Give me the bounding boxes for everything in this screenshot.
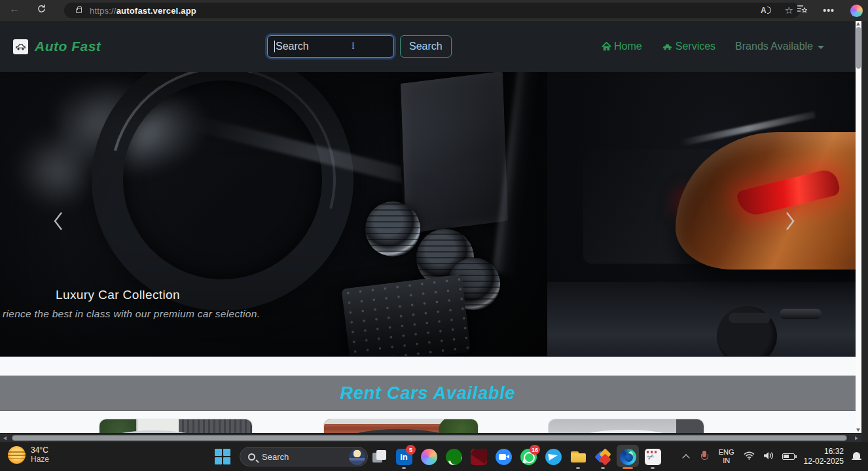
search-button[interactable]: Search bbox=[400, 35, 452, 58]
folder-icon bbox=[570, 449, 587, 465]
system-tray: ENG IN 16:32 12-02-2025 bbox=[683, 442, 868, 471]
snipping-tool-icon: ✂ bbox=[645, 449, 661, 465]
telegram-icon bbox=[545, 449, 562, 465]
active-app-indicator bbox=[623, 467, 633, 469]
open-app-indicator bbox=[651, 467, 655, 469]
vertical-scrollbar[interactable] bbox=[856, 21, 861, 433]
scroll-up-arrow-icon[interactable] bbox=[856, 22, 860, 26]
collections-icon[interactable] bbox=[797, 5, 807, 16]
brand-link[interactable]: Auto Fast bbox=[13, 39, 101, 54]
scroll-left-arrow-icon[interactable] bbox=[3, 436, 7, 440]
haze-weather-icon bbox=[8, 446, 26, 464]
search-placeholder: Search bbox=[276, 41, 309, 52]
tray-time: 16:32 bbox=[824, 447, 844, 457]
read-aloud-icon[interactable]: A bbox=[761, 6, 770, 15]
carousel-prev-icon[interactable] bbox=[47, 206, 69, 236]
xbox-icon bbox=[446, 449, 462, 465]
linkedin-app[interactable]: in 5 bbox=[391, 442, 416, 471]
nav-link-label: Home bbox=[614, 41, 642, 52]
search-highlight-icon bbox=[349, 449, 365, 465]
favorite-star-icon[interactable]: ☆ bbox=[785, 5, 793, 16]
taskbar-search-label: Search bbox=[262, 452, 289, 462]
zoom-icon bbox=[496, 449, 512, 465]
nav-dropdown-brands[interactable]: Brands Available bbox=[735, 41, 824, 52]
car-icon bbox=[662, 42, 673, 51]
media-app[interactable] bbox=[466, 442, 491, 471]
mouse-ibeam-cursor: I bbox=[352, 41, 355, 52]
hero-carousel: Luxury Car Collection rience the best in… bbox=[0, 72, 856, 357]
battery-icon[interactable] bbox=[782, 453, 795, 460]
text-caret bbox=[274, 41, 275, 52]
search-input[interactable]: Search I bbox=[267, 35, 394, 58]
open-app-indicator bbox=[601, 467, 605, 469]
whatsapp-app[interactable]: 16 bbox=[516, 442, 541, 471]
carousel-caption: Luxury Car Collection rience the best in… bbox=[0, 288, 367, 320]
weather-widget[interactable]: 34°C Haze bbox=[8, 446, 49, 464]
bell-icon[interactable] bbox=[852, 451, 861, 462]
search-icon bbox=[248, 453, 255, 461]
telegram-app[interactable] bbox=[541, 442, 566, 471]
language-indicator[interactable]: ENG IN bbox=[719, 448, 734, 465]
weather-condition: Haze bbox=[31, 455, 49, 464]
media-app-icon bbox=[471, 449, 487, 465]
linkedin-badge: 5 bbox=[406, 445, 416, 455]
nav-link-label: Services bbox=[676, 41, 715, 52]
lock-icon bbox=[76, 9, 82, 13]
carousel-slide-sportscar bbox=[547, 72, 856, 357]
rent-section-band: Rent Cars Available bbox=[0, 375, 856, 411]
address-bar[interactable]: https://autofast.vercel.app A ☆ bbox=[64, 3, 800, 18]
taskbar: 34°C Haze Search in 5 16 bbox=[0, 442, 868, 471]
nav-link-label: Brands Available bbox=[735, 41, 813, 52]
nav-link-services[interactable]: Services bbox=[662, 41, 715, 52]
carousel-subtitle: rience the best in class with our premiu… bbox=[3, 308, 367, 320]
page-url: https://autofast.vercel.app bbox=[90, 6, 196, 16]
copilot-icon bbox=[421, 449, 437, 465]
scroll-right-arrow-icon[interactable] bbox=[855, 436, 858, 440]
brand-car-icon bbox=[13, 39, 28, 54]
task-view-button[interactable] bbox=[367, 442, 391, 471]
clock[interactable]: 16:32 12-02-2025 bbox=[804, 447, 844, 466]
edge-app[interactable] bbox=[615, 442, 640, 471]
xbox-app[interactable] bbox=[441, 442, 466, 471]
carousel-next-icon[interactable] bbox=[779, 206, 801, 236]
wps-office-app[interactable] bbox=[590, 442, 615, 471]
language-primary: ENG bbox=[719, 448, 734, 457]
copilot-app[interactable] bbox=[416, 442, 441, 471]
horizontal-scrollbar[interactable] bbox=[0, 433, 861, 442]
back-icon[interactable]: ← bbox=[9, 3, 20, 15]
zoom-app[interactable] bbox=[491, 442, 516, 471]
caret-down-icon bbox=[818, 46, 824, 49]
site-navbar: Auto Fast Search I Search Home Services bbox=[0, 21, 856, 72]
nav-links: Home Services Brands Available bbox=[602, 21, 824, 72]
browser-toolbar: ← https://autofast.vercel.app A ☆ ••• bbox=[0, 0, 868, 21]
rent-section-heading: Rent Cars Available bbox=[340, 383, 516, 404]
snipping-tool-app[interactable]: ✂ bbox=[640, 442, 665, 471]
window-edge bbox=[861, 21, 868, 442]
volume-icon[interactable] bbox=[763, 451, 774, 462]
open-app-indicator bbox=[576, 467, 580, 469]
brand-name: Auto Fast bbox=[35, 39, 101, 54]
taskbar-search[interactable]: Search bbox=[240, 447, 368, 466]
wps-office-icon bbox=[595, 449, 611, 465]
web-page: Auto Fast Search I Search Home Services bbox=[0, 21, 861, 442]
scroll-down-arrow-icon[interactable] bbox=[856, 428, 860, 432]
nav-link-home[interactable]: Home bbox=[602, 41, 642, 52]
more-menu-icon[interactable]: ••• bbox=[823, 5, 835, 16]
open-app-indicator bbox=[402, 467, 406, 469]
refresh-icon[interactable] bbox=[37, 4, 46, 16]
taskbar-apps: in 5 16 bbox=[367, 442, 665, 471]
edge-icon bbox=[620, 449, 636, 465]
copilot-icon[interactable] bbox=[850, 5, 863, 17]
vertical-scrollbar-thumb[interactable] bbox=[856, 27, 861, 69]
home-icon bbox=[602, 42, 611, 52]
task-view-icon bbox=[371, 449, 388, 465]
file-explorer-app[interactable] bbox=[566, 442, 590, 471]
wifi-icon[interactable] bbox=[744, 451, 755, 462]
tray-date: 12-02-2025 bbox=[804, 457, 844, 466]
hidden-icons-chevron[interactable] bbox=[683, 453, 690, 460]
language-secondary: IN bbox=[723, 457, 730, 465]
horizontal-scrollbar-thumb[interactable] bbox=[12, 435, 847, 441]
carousel-title: Luxury Car Collection bbox=[56, 288, 367, 302]
microphone-icon[interactable] bbox=[700, 451, 708, 462]
start-button[interactable] bbox=[215, 449, 230, 464]
